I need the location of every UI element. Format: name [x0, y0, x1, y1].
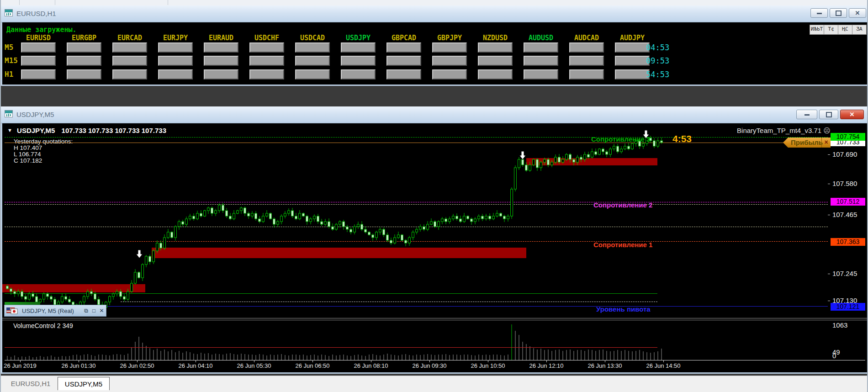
time-label: 26 Jun 12:10: [520, 362, 573, 369]
candle: [262, 216, 265, 222]
mt4-workspace: EURUSD,H1 ✕ Данные загружены. EURUSDEURG…: [0, 0, 868, 392]
mini-restore-icon[interactable]: ⧉: [83, 308, 89, 314]
candle: [112, 294, 115, 297]
mini-close-icon[interactable]: ✕: [99, 308, 105, 314]
mini-maximize-icon[interactable]: □: [91, 308, 97, 314]
candle: [346, 227, 349, 229]
candle: [562, 159, 564, 162]
candle: [598, 149, 601, 154]
candle: [189, 216, 191, 219]
pane-separator[interactable]: [2, 320, 868, 320]
candle: [657, 141, 659, 146]
symbol-header: EURAUD: [203, 34, 239, 42]
symbol-header: GBPJPY: [431, 34, 468, 42]
candle: [540, 162, 542, 168]
candle: [489, 216, 491, 219]
candle: [438, 222, 440, 227]
window1-maximize-button[interactable]: [830, 8, 847, 18]
candle: [405, 240, 407, 243]
resistance3-label[interactable]: Сопротивление 3: [591, 135, 650, 143]
candle: [284, 213, 286, 216]
indicator-box: [158, 56, 193, 66]
indicator-box: [524, 42, 558, 53]
data-loaded-status: Данные загружены.: [6, 26, 77, 34]
resistance2-label[interactable]: Сопротивление 2: [593, 201, 652, 209]
candle: [580, 157, 582, 159]
price-badge: 107.363: [831, 238, 865, 246]
candle: [259, 219, 261, 222]
candle-timer: 4:53: [672, 133, 692, 144]
candle: [288, 211, 290, 213]
profit-badge-close-icon[interactable]: ×: [821, 138, 831, 148]
indicator-box: [21, 56, 56, 66]
toolbar-separator: [19, 0, 20, 5]
corner-button[interactable]: ӠА: [852, 25, 867, 35]
candle: [226, 211, 228, 216]
candle: [343, 222, 345, 227]
window1-titlebar[interactable]: EURUSD,H1 ✕: [1, 5, 868, 22]
pane-separator[interactable]: [2, 318, 868, 318]
corner-button[interactable]: ИЉЬТ: [810, 25, 824, 35]
profit-badge[interactable]: Прибыль ×: [783, 138, 831, 148]
window2-close-button[interactable]: ✕: [840, 110, 864, 119]
candle: [324, 222, 327, 224]
candle: [291, 211, 294, 216]
candle: [595, 152, 597, 154]
window2-minimize-button[interactable]: [796, 110, 817, 119]
resistance1-label[interactable]: Сопротивление 1: [593, 241, 652, 249]
window1-close-button[interactable]: ✕: [849, 8, 866, 18]
indicator-box: [204, 42, 238, 53]
candle: [467, 216, 469, 219]
candle: [313, 216, 316, 219]
candle: [277, 222, 279, 224]
price-badge: 107.121: [831, 303, 865, 311]
volume-chart[interactable]: [1, 321, 829, 360]
candle: [511, 189, 513, 216]
candle: [28, 294, 31, 299]
pivot-label[interactable]: Уровень пивота: [596, 305, 651, 313]
indicator-box: [386, 69, 421, 79]
window2-maximize-button[interactable]: [819, 110, 838, 119]
indicator-box: [204, 56, 238, 66]
mini-chart-window-titlebar[interactable]: USDJPY, M5 (Real) ⧉ □ ✕: [4, 305, 106, 317]
corner-button[interactable]: Т¢: [824, 25, 838, 35]
candle: [306, 216, 308, 222]
symbol-header: NZDUSD: [477, 34, 513, 42]
candle: [200, 213, 202, 216]
price-label: 107.465: [832, 211, 857, 218]
window2-titlebar[interactable]: USDJPY,M5 ✕: [1, 106, 868, 123]
candle: [397, 235, 400, 238]
candle: [365, 229, 367, 232]
candle: [229, 216, 232, 219]
tab-eurusd-h1[interactable]: EURUSD,H1: [5, 377, 56, 390]
candle: [350, 229, 352, 232]
candle: [160, 243, 162, 248]
candle: [54, 299, 56, 305]
tab-usdjpy-m5[interactable]: USDJPY,M5: [58, 377, 110, 390]
row-label: M5: [5, 43, 13, 52]
candle: [156, 243, 159, 251]
symbol-header: AUDUSD: [523, 34, 559, 42]
candle: [460, 219, 462, 222]
indicator-box: [432, 42, 467, 53]
indicator-box: [204, 69, 238, 79]
usdjpy-flags-icon: [6, 307, 20, 315]
candle: [123, 297, 126, 299]
candle: [430, 222, 433, 224]
candle: [65, 297, 67, 299]
candle: [661, 141, 663, 143]
corner-button[interactable]: ҢС: [838, 25, 852, 35]
indicator-box: [569, 69, 604, 79]
candle: [211, 208, 213, 213]
candlestick-chart[interactable]: [1, 124, 829, 318]
indicator-box: [67, 56, 101, 66]
candle: [500, 213, 502, 216]
candle: [368, 232, 370, 235]
symbol-header: USDCHF: [249, 34, 285, 42]
candle: [653, 141, 656, 146]
indicator-box: [478, 69, 513, 79]
candle: [624, 146, 626, 149]
time-label: 26 Jun 2019: [0, 362, 47, 369]
window1-minimize-button[interactable]: [810, 8, 828, 18]
candle: [478, 216, 480, 219]
